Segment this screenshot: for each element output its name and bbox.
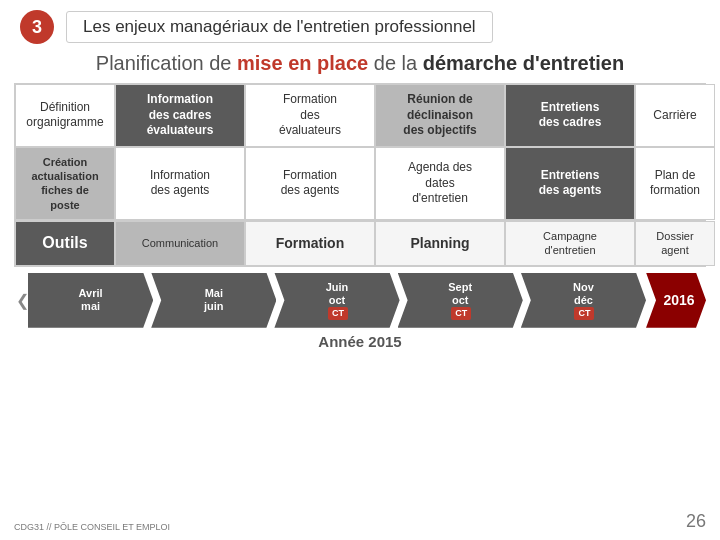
outils-dossier: Dossieragent xyxy=(635,221,715,266)
ct-badge-3: CT xyxy=(574,307,594,320)
cell-r2-c3: Formationdes agents xyxy=(245,147,375,220)
footer-left: CDG31 // PÔLE CONSEIL ET EMPLOI xyxy=(14,522,170,532)
timeline-sept: Septoct CT xyxy=(398,273,523,328)
section-title: Planification de mise en place de la dém… xyxy=(0,50,720,83)
left-arrow-icon: ❮ xyxy=(14,273,30,328)
footer: CDG31 // PÔLE CONSEIL ET EMPLOI 26 xyxy=(14,511,706,532)
section-de2: de la xyxy=(374,52,423,74)
timeline-section: ❮ Avrilmai Maijuin Juinoct CT Septoct CT… xyxy=(14,273,706,328)
header: 3 Les enjeux managériaux de l'entretien … xyxy=(0,0,720,50)
sept-label: Septoct xyxy=(448,281,472,307)
annee-label: Année 2015 xyxy=(0,333,720,350)
section-de: de xyxy=(209,52,237,74)
nov-label: Novdéc xyxy=(573,281,594,307)
outils-label: Outils xyxy=(15,221,115,266)
cell-r1-c2: Informationdes cadresévaluateurs xyxy=(115,84,245,147)
timeline-juin: Juinoct CT xyxy=(274,273,399,328)
footer-page: 26 xyxy=(686,511,706,532)
timeline-row: ❮ Avrilmai Maijuin Juinoct CT Septoct CT… xyxy=(14,273,706,328)
cell-r1-c1: Définitionorganigramme xyxy=(15,84,115,147)
section-prefix: Planification xyxy=(96,52,204,74)
section-highlight: mise en place xyxy=(237,52,368,74)
cell-r1-c6: Carrière xyxy=(635,84,715,147)
cell-r1-c3: Formationdesévaluateurs xyxy=(245,84,375,147)
outils-communication: Communication xyxy=(115,221,245,266)
cell-r2-c5: Entretiensdes agents xyxy=(505,147,635,220)
header-title: Les enjeux managériaux de l'entretien pr… xyxy=(66,11,493,43)
timeline-2016: 2016 xyxy=(646,273,706,328)
main-grid: Définitionorganigramme Informationdes ca… xyxy=(14,83,706,221)
section-bold: démarche d'entretien xyxy=(423,52,624,74)
cell-r1-c5: Entretiensdes cadres xyxy=(505,84,635,147)
timeline-mai: Maijuin xyxy=(151,273,276,328)
outils-campagne: Campagned'entretien xyxy=(505,221,635,266)
outils-row: Outils Communication Formation Planning … xyxy=(14,221,706,267)
cell-r1-c4: Réunion dedéclinaisondes objectifs xyxy=(375,84,505,147)
outils-planning: Planning xyxy=(375,221,505,266)
ct-badge-2: CT xyxy=(451,307,471,320)
cell-r2-c2: Informationdes agents xyxy=(115,147,245,220)
cell-r2-c1: Créationactualisationfiches deposte xyxy=(15,147,115,220)
timeline-avril: Avrilmai xyxy=(28,273,153,328)
juin-label: Juinoct xyxy=(326,281,349,307)
outils-formation: Formation xyxy=(245,221,375,266)
timeline-nov: Novdéc CT xyxy=(521,273,646,328)
cell-r2-c4: Agenda desdatesd'entretien xyxy=(375,147,505,220)
ct-badge-1: CT xyxy=(328,307,348,320)
step-circle: 3 xyxy=(20,10,54,44)
cell-r2-c6: Plan deformation xyxy=(635,147,715,220)
